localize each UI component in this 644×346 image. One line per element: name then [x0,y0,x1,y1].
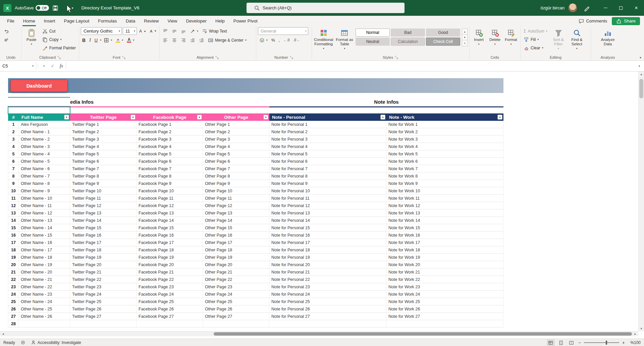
increase-indent-button[interactable] [198,36,206,44]
column-header-twitter-page[interactable]: Twitter Page▼ [70,113,137,121]
hscroll-thumb[interactable] [214,332,632,336]
cell[interactable]: Note for Work 15 [386,224,503,232]
column-header--[interactable]: # [8,113,19,121]
cell[interactable]: Note for Personal 15 [269,224,386,232]
cell[interactable]: Twitter Page 5 [70,150,137,158]
cell[interactable] [137,320,203,328]
cell[interactable]: Note for Personal 11 [269,195,386,202]
cell[interactable]: Other Page 15 [203,224,269,232]
cell[interactable]: Other Name - 14 [19,224,70,232]
decrease-decimal-button[interactable]: .0→ [292,36,301,44]
cell[interactable]: Note for Work 2 [386,128,503,136]
cell[interactable] [386,320,503,328]
cell[interactable]: Facebook Page 6 [137,158,203,165]
cut-button[interactable]: Cut [41,27,77,35]
insert-function-button[interactable]: fx [57,61,66,71]
cell[interactable]: Facebook Page 18 [137,246,203,254]
cell[interactable]: Twitter Page 6 [70,158,137,165]
cell[interactable]: Facebook Page 25 [137,298,203,305]
filter-dropdown-icon[interactable]: ▼ [130,115,136,120]
cell[interactable]: 17 [8,239,19,246]
cell[interactable]: Other Page 26 [203,305,269,313]
cell[interactable]: 25 [8,298,19,305]
cell[interactable]: Note for Work 19 [386,254,503,261]
cell[interactable]: Note for Personal 4 [269,143,386,150]
cell[interactable]: Twitter Page 11 [70,195,137,202]
cell[interactable]: Other Page 8 [203,172,269,180]
align-middle-button[interactable] [170,27,178,35]
comments-button[interactable]: Comments [579,18,607,24]
restore-button[interactable] [613,0,629,16]
orientation-button[interactable]: ▾ [189,27,200,35]
cell[interactable]: Other Name - 23 [19,291,70,298]
cell[interactable]: Facebook Page 19 [137,254,203,261]
tab-review[interactable]: Review [140,16,163,26]
cell[interactable]: Note for Work 8 [386,172,503,180]
format-as-table-button[interactable]: Format as Table ▾ [335,27,355,53]
cell[interactable]: Facebook Page 22 [137,276,203,283]
cell[interactable]: Note for Work 12 [386,202,503,209]
cell[interactable]: Other Page 4 [203,143,269,150]
cell[interactable]: Note for Work 16 [386,232,503,239]
cell[interactable] [19,320,70,328]
share-button[interactable]: Share [612,17,640,25]
bold-button[interactable]: B [81,36,87,44]
cell[interactable]: Facebook Page 21 [137,268,203,276]
page-layout-view-button[interactable] [557,340,565,346]
cell[interactable]: Other Name - 15 [19,232,70,239]
sort-filter-button[interactable]: Sort & Filter ▾ [550,27,567,53]
vscroll-thumb[interactable] [639,79,643,98]
cell[interactable]: Other Name - 1 [19,128,70,136]
filter-dropdown-icon[interactable]: ▼ [263,115,268,120]
cell[interactable]: Facebook Page 14 [137,217,203,224]
font-name-select[interactable]: Century Gothic▾ [81,27,122,35]
scroll-left-icon[interactable]: ◄ [0,333,6,336]
cell[interactable]: Note for Work 22 [386,276,503,283]
cell[interactable]: 14 [8,217,19,224]
cell[interactable]: Note for Personal 22 [269,276,386,283]
selected-cell-c5[interactable] [8,106,70,114]
format-painter-button[interactable]: Format Painter [41,44,77,52]
cell[interactable]: Note for Personal 14 [269,217,386,224]
cell[interactable]: Other Page 10 [203,187,269,195]
cell[interactable]: Twitter Page 9 [70,180,137,187]
decrease-indent-button[interactable] [189,36,197,44]
undo-button[interactable] [2,27,10,35]
cell[interactable]: Other Name - 24 [19,298,70,305]
cell[interactable]: 5 [8,150,19,158]
column-header-facebook-page[interactable]: Facebook Page▼ [137,113,203,121]
cell[interactable]: Other Name - 17 [19,246,70,254]
style-bad[interactable]: Bad [391,29,425,37]
cell[interactable]: Other Name - 2 [19,136,70,143]
cell[interactable]: 4 [8,143,19,150]
cell[interactable]: 12 [8,202,19,209]
tab-view[interactable]: View [163,16,181,26]
cell[interactable]: Facebook Page 9 [137,180,203,187]
tab-formulas[interactable]: Formulas [94,16,121,26]
expand-formula-bar-icon[interactable]: ▾ [635,61,644,71]
cell[interactable]: 15 [8,224,19,232]
cell[interactable]: Twitter Page 21 [70,268,137,276]
cell[interactable]: Other Page 16 [203,232,269,239]
column-header-full-name[interactable]: Full Name▼ [19,113,70,121]
cell[interactable]: 26 [8,305,19,313]
tab-home[interactable]: Home [19,16,40,26]
cancel-entry-button[interactable]: × [40,61,48,71]
cell[interactable]: Twitter Page 23 [70,283,137,291]
minimize-button[interactable] [598,0,613,16]
cell[interactable]: Facebook Page 20 [137,261,203,268]
cell[interactable]: 24 [8,291,19,298]
comma-style-button[interactable]: , [277,36,281,44]
percent-style-button[interactable]: % [270,36,276,44]
cell[interactable]: Twitter Page 7 [70,165,137,172]
cell[interactable]: Other Name - 13 [19,217,70,224]
ink-pen-icon[interactable] [584,5,590,11]
cell[interactable]: Note for Work 1 [386,121,503,128]
accessibility-checker[interactable]: Accessibility: Investigate [31,340,81,345]
avatar[interactable] [568,3,578,13]
cell[interactable]: Twitter Page 17 [70,239,137,246]
cell[interactable]: Twitter Page 26 [70,305,137,313]
cell[interactable]: Note for Work 21 [386,268,503,276]
dialog-launcher-icon[interactable] [290,56,293,59]
close-button[interactable]: × [629,0,644,16]
